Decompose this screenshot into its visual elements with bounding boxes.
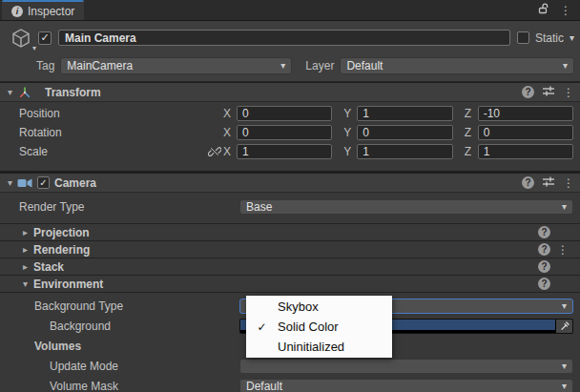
update-mode-row: Update Mode ▾: [0, 358, 580, 374]
active-checkbox[interactable]: ✓: [38, 31, 52, 45]
rotation-y-field[interactable]: 0: [357, 125, 452, 140]
kebab-menu-icon[interactable]: ⋮: [560, 5, 571, 16]
tab-bar: i Inspector ⋮: [0, 0, 580, 21]
chevron-down-icon: ▾: [562, 301, 567, 311]
update-mode-label: Update Mode: [0, 360, 239, 373]
tag-layer-row: Tag MainCamera ▾ Layer Default ▾: [4, 56, 574, 74]
scale-z-field[interactable]: 1: [478, 144, 573, 159]
position-row: Position X 0 Y 1 Z -10: [0, 105, 580, 121]
gameobject-icon-button[interactable]: ▾: [4, 25, 38, 51]
layer-dropdown[interactable]: Default ▾: [340, 57, 574, 74]
foldout-open-icon[interactable]: ▾: [4, 178, 16, 188]
popup-item-uninitialized[interactable]: Uninitialized: [246, 337, 392, 357]
gameobject-name: Main Camera: [65, 31, 136, 45]
volume-mask-dropdown[interactable]: Default ▾: [239, 379, 573, 392]
scale-row: Scale X 1 Y 1 Z 1: [0, 143, 580, 159]
help-icon[interactable]: ?: [522, 176, 534, 189]
transform-icon: [16, 86, 32, 99]
gameobject-name-row: ▾ ✓ Main Camera Static ▾: [4, 25, 574, 51]
static-label: Static: [535, 31, 564, 45]
foldout-environment[interactable]: ▾ Environment ?: [0, 275, 580, 293]
layer-label: Layer: [305, 59, 334, 72]
rotation-x-field[interactable]: 0: [237, 125, 332, 140]
static-group: Static ▾: [517, 31, 574, 45]
tag-label: Tag: [36, 59, 54, 72]
render-type-row: Render Type Base ▾: [0, 198, 580, 215]
foldout-closed-icon[interactable]: ▸: [19, 245, 31, 255]
inspector-panel: i Inspector ⋮ ▾ ✓ Main Camera: [0, 0, 580, 392]
background-label: Background: [0, 320, 239, 333]
volume-mask-row: Volume Mask Default ▾: [0, 378, 580, 392]
background-type-label: Background Type: [0, 299, 239, 313]
volume-mask-label: Volume Mask: [0, 380, 239, 392]
eyedropper-icon[interactable]: [555, 320, 572, 333]
link-scale-toggle[interactable]: [206, 145, 223, 158]
tab-inspector[interactable]: i Inspector: [2, 0, 84, 20]
camera-header-actions: ? ⋮: [522, 175, 574, 191]
chevron-down-icon: ▾: [562, 361, 567, 371]
scale-x-field[interactable]: 1: [237, 144, 332, 159]
component-divider: [0, 162, 580, 173]
camera-icon: [16, 177, 32, 189]
help-icon[interactable]: ?: [538, 260, 550, 273]
help-icon[interactable]: ?: [538, 243, 550, 256]
cube-icon: [10, 27, 32, 50]
popup-item-solid-color[interactable]: ✓ Solid Color: [246, 317, 392, 337]
foldout-projection[interactable]: ▸ Projection ?: [0, 223, 580, 240]
position-y-field[interactable]: 1: [357, 106, 452, 121]
foldout-open-icon[interactable]: ▾: [4, 88, 16, 97]
foldout-rendering[interactable]: ▸ Rendering ? ⋮: [0, 240, 580, 258]
static-checkbox[interactable]: [517, 31, 529, 44]
axis-x-label: X: [223, 107, 232, 120]
axis-y-label: Y: [343, 107, 352, 120]
axis-z-label: Z: [465, 107, 473, 120]
help-icon[interactable]: ?: [522, 86, 534, 98]
tag-dropdown[interactable]: MainCamera ▾: [60, 57, 292, 74]
tag-value: MainCamera: [67, 59, 280, 72]
lock-icon[interactable]: [538, 3, 549, 17]
chevron-down-icon: ▾: [562, 202, 567, 212]
background-type-popup: Skybox ✓ Solid Color Uninitialized: [246, 296, 392, 358]
foldout-stack[interactable]: ▸ Stack ?: [0, 258, 580, 275]
tab-title: Inspector: [28, 5, 74, 18]
foldout-closed-icon[interactable]: ▸: [19, 262, 31, 272]
position-x-field[interactable]: 0: [237, 106, 332, 121]
camera-header[interactable]: ▾ ✓ Camera ? ⋮: [0, 173, 580, 193]
position-z-field[interactable]: -10: [478, 106, 573, 121]
foldout-closed-icon[interactable]: ▸: [19, 228, 31, 237]
chevron-down-icon: ▾: [562, 382, 567, 391]
help-icon[interactable]: ?: [538, 226, 550, 238]
render-type-label: Render Type: [0, 200, 239, 214]
position-label: Position: [19, 107, 206, 120]
transform-header[interactable]: ▾ Transform ? ⋮: [0, 82, 580, 102]
scale-label: Scale: [19, 145, 206, 158]
rotation-row: Rotation X 0 Y 0 Z 0: [0, 124, 580, 140]
transform-title: Transform: [45, 86, 101, 99]
kebab-menu-icon[interactable]: ⋮: [557, 244, 569, 256]
camera-enabled-checkbox[interactable]: ✓: [37, 176, 50, 189]
rotation-z-field[interactable]: 0: [478, 125, 573, 140]
chevron-down-icon: ▾: [563, 61, 568, 71]
rotation-label: Rotation: [19, 126, 206, 139]
help-icon[interactable]: ?: [538, 278, 550, 290]
static-dropdown-icon[interactable]: ▾: [570, 33, 574, 43]
popup-item-skybox[interactable]: Skybox: [246, 297, 392, 317]
chevron-down-icon: ▾: [280, 61, 285, 71]
kebab-menu-icon[interactable]: ⋮: [563, 177, 574, 189]
check-icon: ✓: [246, 320, 278, 334]
layer-value: Default: [346, 59, 563, 72]
tab-bar-actions: ⋮: [538, 0, 580, 20]
chevron-down-icon: ▾: [32, 44, 36, 52]
gameobject-name-field[interactable]: Main Camera: [58, 30, 510, 46]
presets-icon[interactable]: [542, 175, 555, 191]
update-mode-dropdown[interactable]: ▾: [239, 359, 573, 374]
camera-title: Camera: [54, 176, 96, 190]
info-icon: i: [11, 6, 23, 17]
presets-icon[interactable]: [542, 85, 555, 100]
transform-header-actions: ? ⋮: [522, 85, 574, 100]
kebab-menu-icon[interactable]: ⋮: [563, 87, 574, 98]
scale-y-field[interactable]: 1: [357, 144, 452, 159]
render-type-dropdown[interactable]: Base ▾: [239, 199, 573, 215]
foldout-open-icon[interactable]: ▾: [19, 279, 31, 289]
gameobject-header: ▾ ✓ Main Camera Static ▾ Tag MainCamera …: [0, 21, 580, 82]
